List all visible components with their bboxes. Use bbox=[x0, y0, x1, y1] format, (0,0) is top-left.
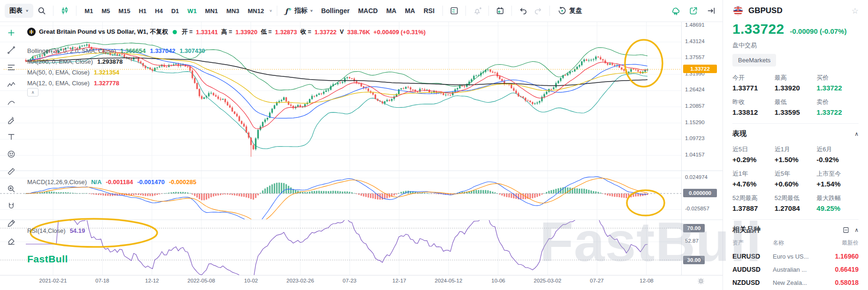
related-row-nzdusd[interactable]: NZDUSD bbox=[732, 279, 773, 286]
quote-stats-grid: 今开1.33771 最高1.33920 买价1.33722 昨收1.33812 … bbox=[732, 74, 859, 116]
date-axis-label: 2021-02-21 bbox=[39, 278, 67, 283]
emoji-tool-button[interactable] bbox=[5, 148, 17, 160]
ma12-value: 1.327778 bbox=[94, 80, 119, 87]
wave-tool-button[interactable] bbox=[5, 79, 17, 91]
text-icon bbox=[7, 132, 16, 141]
fib-retracement-icon bbox=[7, 63, 16, 72]
chart-title[interactable]: Great Britain Pound vs US Dollar, W1, 不复… bbox=[39, 28, 168, 36]
chart-region: Great Britain Pound vs US Dollar, W1, 不复… bbox=[0, 22, 723, 290]
col-asset: 资产 bbox=[732, 239, 773, 247]
magnet-tool-button[interactable] bbox=[5, 200, 17, 212]
macd-axis-label: 0.024974 bbox=[685, 174, 708, 180]
favorite-star-icon[interactable]: ☆ bbox=[852, 6, 859, 16]
search-button[interactable] bbox=[35, 4, 48, 17]
macd-axis-label: -0.025857 bbox=[685, 206, 709, 211]
timeframe-m5[interactable]: M5 bbox=[98, 5, 113, 17]
candle-style-button[interactable] bbox=[58, 4, 71, 17]
shortcut-ma-1[interactable]: MA bbox=[383, 5, 400, 17]
redo-button[interactable] bbox=[532, 4, 545, 17]
related-row-eurusd[interactable]: EURUSD bbox=[732, 253, 773, 260]
timeframe-w1-active[interactable]: W1 bbox=[184, 5, 200, 17]
indicator-row-ma200[interactable]: MA(200, 0, EMA, Close) 1.293878 bbox=[27, 58, 122, 65]
pen-icon bbox=[7, 219, 16, 228]
indicator-row-ma50[interactable]: MA(50, 0, EMA, Close) 1.321354 bbox=[27, 69, 119, 76]
calendar-button[interactable] bbox=[494, 4, 507, 17]
collapse-panel-button[interactable] bbox=[705, 4, 718, 17]
rsi-mid-label: 52.87 bbox=[685, 238, 699, 244]
zoom-tool-button[interactable] bbox=[5, 183, 17, 195]
price-axis-label: 1.48691 bbox=[685, 22, 705, 28]
indicator-row-rsi[interactable]: RSI(14,Close) 54.19 bbox=[27, 227, 85, 234]
timeframe-mn1[interactable]: MN1 bbox=[202, 5, 221, 17]
macd-label: MACD(12,26,9,Close) bbox=[27, 178, 87, 186]
undo-button[interactable] bbox=[517, 4, 530, 17]
divider bbox=[732, 123, 859, 124]
eraser-tool-button[interactable] bbox=[5, 235, 17, 247]
search-icon bbox=[37, 6, 46, 15]
cloud-save-button[interactable] bbox=[669, 4, 682, 17]
chart-settings-button[interactable] bbox=[697, 277, 705, 285]
chart-type-menu[interactable]: 图表 ∨ bbox=[5, 4, 33, 18]
indicator-row-bollinger[interactable]: Bollinger(26, 0, 2.0, SMA, Close) 1.3666… bbox=[27, 47, 205, 54]
ruler-tool-button[interactable] bbox=[5, 165, 17, 178]
broker-chip[interactable]: BeeMarkets bbox=[732, 54, 776, 67]
divider bbox=[549, 6, 550, 16]
indicators-menu[interactable]: ƒ+ 指标 ∨ bbox=[282, 4, 316, 18]
add-tool-button[interactable] bbox=[5, 27, 17, 39]
low-value: 1.32873 bbox=[275, 29, 297, 36]
trendline-icon bbox=[7, 45, 16, 55]
macd-zero-badge: 0.000000 bbox=[683, 189, 717, 197]
timeframe-h4[interactable]: H4 bbox=[152, 5, 166, 17]
high-value: 1.33920 bbox=[236, 29, 258, 36]
divider bbox=[76, 6, 76, 16]
timeframe-d1[interactable]: D1 bbox=[168, 5, 183, 17]
timeframe-mn3[interactable]: MN3 bbox=[223, 5, 243, 17]
export-button[interactable] bbox=[687, 4, 700, 17]
shortcut-macd[interactable]: MACD bbox=[355, 5, 381, 17]
timeframe-m15[interactable]: M15 bbox=[115, 5, 133, 17]
shortcut-ma-2[interactable]: MA bbox=[402, 5, 419, 17]
redo-icon bbox=[533, 6, 543, 15]
macd-signal-value: -0.000285 bbox=[169, 178, 197, 186]
price-axis-label: 1.43124 bbox=[685, 38, 705, 44]
indicator-row-ma12[interactable]: MA(12, 0, EMA, Close) 1.327778 bbox=[27, 80, 119, 87]
divider bbox=[511, 6, 512, 16]
curve-tool-button[interactable] bbox=[5, 96, 17, 108]
perf-52w-high: 52周最高1.37887 bbox=[732, 194, 775, 212]
related-row-audusd[interactable]: AUDUSD bbox=[732, 266, 773, 273]
macd-na-value: N/A bbox=[91, 178, 101, 186]
note-list-icon[interactable] bbox=[842, 226, 850, 234]
related-price: 1.16960 bbox=[825, 253, 859, 260]
collapse-indicators-button[interactable]: ∧ bbox=[27, 88, 38, 97]
pen-tool-button[interactable] bbox=[5, 217, 17, 230]
replay-button[interactable]: 复盘 bbox=[555, 4, 585, 18]
close-label: 收 bbox=[300, 28, 311, 36]
session-status: 盘中交易 bbox=[732, 41, 859, 50]
text-tool-button[interactable] bbox=[5, 131, 17, 143]
stat-ask: 卖价1.33722 bbox=[816, 98, 859, 116]
timeframe-m1[interactable]: M1 bbox=[81, 5, 96, 17]
date-axis-label: 2022-05-08 bbox=[188, 278, 215, 283]
timeframe-h1[interactable]: H1 bbox=[136, 5, 150, 17]
performance-section-header[interactable]: 表现 ∧ bbox=[732, 129, 859, 138]
gbpusd-flag-icon bbox=[732, 5, 744, 16]
shortcut-bollinger[interactable]: Bollinger bbox=[318, 5, 353, 17]
quote-sidebar: GBPUSD ☆ 1.33722 -0.00090 (-0.07%) 盘中交易 … bbox=[723, 0, 868, 290]
share-export-icon bbox=[689, 6, 698, 15]
close-value: 1.33722 bbox=[314, 29, 336, 36]
plus-icon bbox=[7, 28, 16, 37]
panel-layout-button[interactable] bbox=[448, 4, 461, 17]
indicator-row-macd[interactable]: MACD(12,26,9,Close) N/A -0.001184 -0.001… bbox=[27, 178, 197, 186]
fib-tool-button[interactable] bbox=[5, 61, 17, 74]
timeframes-more-chevron-icon[interactable]: ∨ bbox=[269, 9, 273, 13]
related-section-header[interactable]: 相关品种 ∧ bbox=[732, 225, 859, 234]
brush-tool-button[interactable] bbox=[5, 113, 17, 126]
alert-button[interactable] bbox=[471, 4, 484, 17]
shortcut-rsi[interactable]: RSI bbox=[420, 5, 438, 17]
timeframe-mn12[interactable]: MN12 bbox=[244, 5, 267, 17]
chart-menu-label: 图表 bbox=[9, 7, 23, 15]
date-axis-label: 2025-03-02 bbox=[534, 278, 562, 283]
trendline-tool-button[interactable] bbox=[5, 44, 17, 56]
replay-label: 复盘 bbox=[569, 7, 582, 15]
rsi-label: RSI(14,Close) bbox=[27, 227, 66, 234]
